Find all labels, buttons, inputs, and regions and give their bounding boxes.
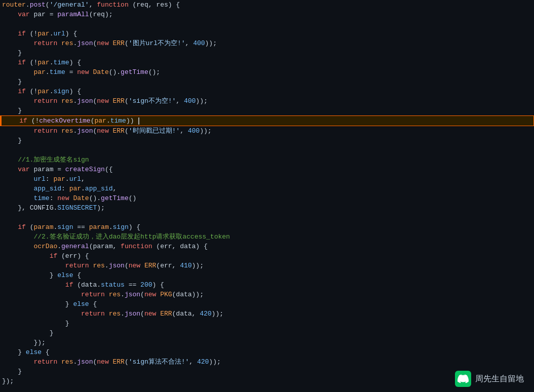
code-line-28: return res.json(new ERR(err, 410));	[0, 261, 534, 270]
code-line-39: }	[0, 367, 534, 376]
code-line-20: app_sid: par.app_sid,	[0, 184, 534, 193]
code-line-3	[0, 19, 534, 29]
code-line-31: return res.json(new PKG(data));	[0, 290, 534, 299]
code-line-14: return res.json(new ERR('时间戳已过期!', 400))…	[0, 126, 534, 136]
code-line-8: par.time = new Date().getTime();	[0, 67, 534, 77]
token-router: router	[2, 0, 26, 10]
code-line-32: } else {	[0, 299, 534, 309]
code-line-25: //2.签名验证成功，进入dao层发起http请求获取access_token	[0, 232, 534, 242]
code-line-2: var par = paramAll(req);	[0, 10, 534, 19]
cursor	[138, 117, 139, 125]
code-line-27: if (err) {	[0, 251, 534, 261]
code-line-36: });	[0, 338, 534, 347]
code-line-19: url: par.url,	[0, 174, 534, 184]
code-line-12: }	[0, 106, 534, 115]
code-line-21: time: new Date().getTime()	[0, 193, 534, 203]
code-line-6: }	[0, 48, 534, 58]
code-line-33: return res.json(new ERR(data, 420));	[0, 309, 534, 319]
code-line-22: }, CONFIG.SIGNSECRET);	[0, 203, 534, 213]
code-line-26: ocrDao.general(param, function (err, dat…	[0, 242, 534, 251]
code-line-17: //1.加密生成签名sign	[0, 155, 534, 165]
code-line-9: }	[0, 77, 534, 87]
code-line-23	[0, 213, 534, 222]
code-editor: router.post('/general', function (req, r…	[0, 0, 534, 392]
code-line-5: return res.json(new ERR('图片url不为空!', 400…	[0, 38, 534, 48]
token-post: post	[30, 0, 46, 10]
code-line-29: } else {	[0, 270, 534, 280]
code-line-18: var param = createSign({	[0, 165, 534, 174]
code-line-24: if (param.sign == param.sign) {	[0, 222, 534, 232]
code-line-7: if (!par.time) {	[0, 58, 534, 67]
code-line-37: } else {	[0, 347, 534, 357]
code-line-35: }	[0, 328, 534, 338]
code-line-30: if (data.status == 200) {	[0, 280, 534, 290]
code-line-13: if (!checkOvertime(par.time))	[0, 115, 534, 126]
code-line-1: router.post('/general', function (req, r…	[0, 0, 534, 10]
code-line-40: });	[0, 376, 534, 386]
code-line-4: if (!par.url) {	[0, 29, 534, 38]
code-line-16	[0, 145, 534, 155]
watermark-text: 周先生自留地	[475, 374, 524, 384]
code-line-38: return res.json(new ERR('sign算法不合法!', 42…	[0, 357, 534, 367]
watermark-icon	[455, 371, 471, 387]
code-line-15: }	[0, 136, 534, 145]
code-line-10: if (!par.sign) {	[0, 87, 534, 96]
code-line-11: return res.json(new ERR('sign不为空!', 400)…	[0, 96, 534, 106]
code-line-34: }	[0, 319, 534, 328]
watermark: 周先生自留地	[455, 371, 524, 387]
